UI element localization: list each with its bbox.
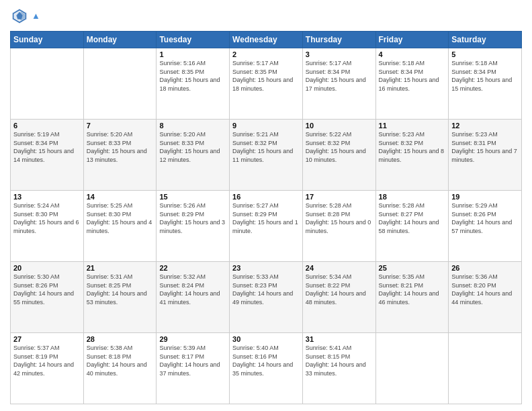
calendar-cell: 19 Sunrise: 5:29 AMSunset: 8:26 PMDaylig… <box>449 191 522 262</box>
calendar-cell: 16 Sunrise: 5:27 AMSunset: 8:29 PMDaylig… <box>230 191 303 262</box>
calendar-cell: 12 Sunrise: 5:23 AMSunset: 8:31 PMDaylig… <box>449 120 522 191</box>
calendar-cell: 25 Sunrise: 5:35 AMSunset: 8:21 PMDaylig… <box>375 262 449 333</box>
day-info: Sunrise: 5:26 AMSunset: 8:29 PMDaylight:… <box>159 201 226 235</box>
day-number: 31 <box>306 335 373 343</box>
calendar-header-cell: Monday <box>83 32 157 48</box>
calendar-cell: 31 Sunrise: 5:41 AMSunset: 8:15 PMDaylig… <box>302 333 375 404</box>
calendar-cell: 21 Sunrise: 5:31 AMSunset: 8:25 PMDaylig… <box>83 262 157 333</box>
day-number: 28 <box>87 335 154 343</box>
day-info: Sunrise: 5:28 AMSunset: 8:28 PMDaylight:… <box>306 201 373 235</box>
day-number: 18 <box>379 193 446 201</box>
calendar-week-row: 6 Sunrise: 5:19 AMSunset: 8:34 PMDayligh… <box>11 120 522 191</box>
calendar-cell: 7 Sunrise: 5:20 AMSunset: 8:33 PMDayligh… <box>83 120 157 191</box>
day-number: 11 <box>379 122 446 130</box>
calendar-cell: 30 Sunrise: 5:40 AMSunset: 8:16 PMDaylig… <box>230 333 303 404</box>
calendar-cell: 13 Sunrise: 5:24 AMSunset: 8:30 PMDaylig… <box>11 191 84 262</box>
day-number: 9 <box>232 122 300 130</box>
calendar-week-row: 20 Sunrise: 5:30 AMSunset: 8:26 PMDaylig… <box>11 262 522 333</box>
day-number: 19 <box>451 193 519 201</box>
day-info: Sunrise: 5:39 AMSunset: 8:17 PMDaylight:… <box>159 344 226 377</box>
day-number: 21 <box>87 264 154 272</box>
calendar-week-row: 13 Sunrise: 5:24 AMSunset: 8:30 PMDaylig… <box>11 191 522 262</box>
day-number: 30 <box>232 335 300 343</box>
calendar-cell: 10 Sunrise: 5:22 AMSunset: 8:32 PMDaylig… <box>302 120 375 191</box>
calendar-cell: 2 Sunrise: 5:17 AMSunset: 8:35 PMDayligh… <box>230 48 303 120</box>
day-info: Sunrise: 5:37 AMSunset: 8:19 PMDaylight:… <box>13 344 81 377</box>
day-info: Sunrise: 5:30 AMSunset: 8:26 PMDaylight:… <box>13 273 81 306</box>
calendar-cell <box>83 48 157 120</box>
calendar-header-cell: Saturday <box>449 32 522 48</box>
calendar-header-cell: Tuesday <box>157 32 230 48</box>
day-number: 3 <box>306 50 373 58</box>
day-info: Sunrise: 5:32 AMSunset: 8:24 PMDaylight:… <box>159 273 226 306</box>
calendar-cell: 17 Sunrise: 5:28 AMSunset: 8:28 PMDaylig… <box>302 191 375 262</box>
day-number: 26 <box>451 264 519 272</box>
calendar-header-row: SundayMondayTuesdayWednesdayThursdayFrid… <box>11 32 522 48</box>
calendar-cell: 29 Sunrise: 5:39 AMSunset: 8:17 PMDaylig… <box>157 333 230 404</box>
day-number: 8 <box>159 122 226 130</box>
day-info: Sunrise: 5:33 AMSunset: 8:23 PMDaylight:… <box>232 273 300 306</box>
calendar-body: 1 Sunrise: 5:16 AMSunset: 8:35 PMDayligh… <box>11 48 522 404</box>
day-number: 12 <box>451 122 519 130</box>
day-number: 24 <box>306 264 373 272</box>
page: ▲ SundayMondayTuesdayWednesdayThursdayFr… <box>0 0 532 411</box>
header: ▲ <box>10 7 522 26</box>
day-info: Sunrise: 5:23 AMSunset: 8:32 PMDaylight:… <box>379 130 446 164</box>
day-info: Sunrise: 5:24 AMSunset: 8:30 PMDaylight:… <box>13 201 81 235</box>
day-number: 7 <box>87 122 154 130</box>
logo-text: ▲ <box>32 11 40 21</box>
day-info: Sunrise: 5:18 AMSunset: 8:34 PMDaylight:… <box>379 59 446 93</box>
day-number: 10 <box>306 122 373 130</box>
calendar-cell: 23 Sunrise: 5:33 AMSunset: 8:23 PMDaylig… <box>230 262 303 333</box>
day-number: 13 <box>13 193 81 201</box>
day-number: 1 <box>159 50 226 58</box>
day-number: 15 <box>159 193 226 201</box>
day-info: Sunrise: 5:19 AMSunset: 8:34 PMDaylight:… <box>13 130 81 164</box>
day-info: Sunrise: 5:36 AMSunset: 8:20 PMDaylight:… <box>451 273 519 306</box>
day-info: Sunrise: 5:34 AMSunset: 8:22 PMDaylight:… <box>306 273 373 306</box>
day-number: 20 <box>13 264 81 272</box>
calendar-header-cell: Sunday <box>11 32 84 48</box>
day-info: Sunrise: 5:20 AMSunset: 8:33 PMDaylight:… <box>87 130 154 164</box>
calendar-cell: 6 Sunrise: 5:19 AMSunset: 8:34 PMDayligh… <box>11 120 84 191</box>
calendar-cell: 9 Sunrise: 5:21 AMSunset: 8:32 PMDayligh… <box>230 120 303 191</box>
calendar-cell <box>449 333 522 404</box>
calendar-header-cell: Thursday <box>302 32 375 48</box>
day-info: Sunrise: 5:38 AMSunset: 8:18 PMDaylight:… <box>87 344 154 377</box>
calendar-header-cell: Friday <box>375 32 449 48</box>
day-info: Sunrise: 5:21 AMSunset: 8:32 PMDaylight:… <box>232 130 300 164</box>
day-info: Sunrise: 5:28 AMSunset: 8:27 PMDaylight:… <box>379 201 446 235</box>
calendar-header-cell: Wednesday <box>230 32 303 48</box>
calendar-cell <box>375 333 449 404</box>
day-number: 2 <box>232 50 300 58</box>
calendar-cell: 15 Sunrise: 5:26 AMSunset: 8:29 PMDaylig… <box>157 191 230 262</box>
logo-icon <box>10 7 29 26</box>
day-info: Sunrise: 5:20 AMSunset: 8:33 PMDaylight:… <box>159 130 226 164</box>
day-number: 5 <box>451 50 519 58</box>
day-info: Sunrise: 5:17 AMSunset: 8:34 PMDaylight:… <box>306 59 373 93</box>
day-number: 23 <box>232 264 300 272</box>
calendar-cell: 1 Sunrise: 5:16 AMSunset: 8:35 PMDayligh… <box>157 48 230 120</box>
day-info: Sunrise: 5:35 AMSunset: 8:21 PMDaylight:… <box>379 273 446 306</box>
calendar-cell: 18 Sunrise: 5:28 AMSunset: 8:27 PMDaylig… <box>375 191 449 262</box>
day-number: 22 <box>159 264 226 272</box>
day-info: Sunrise: 5:25 AMSunset: 8:30 PMDaylight:… <box>87 201 154 235</box>
calendar-cell <box>11 48 84 120</box>
calendar-cell: 22 Sunrise: 5:32 AMSunset: 8:24 PMDaylig… <box>157 262 230 333</box>
day-info: Sunrise: 5:18 AMSunset: 8:34 PMDaylight:… <box>451 59 519 93</box>
day-info: Sunrise: 5:17 AMSunset: 8:35 PMDaylight:… <box>232 59 300 93</box>
day-info: Sunrise: 5:23 AMSunset: 8:31 PMDaylight:… <box>451 130 519 164</box>
day-number: 25 <box>379 264 446 272</box>
calendar-cell: 14 Sunrise: 5:25 AMSunset: 8:30 PMDaylig… <box>83 191 157 262</box>
day-info: Sunrise: 5:41 AMSunset: 8:15 PMDaylight:… <box>306 344 373 377</box>
logo: ▲ <box>10 7 40 26</box>
day-info: Sunrise: 5:29 AMSunset: 8:26 PMDaylight:… <box>451 201 519 235</box>
calendar-cell: 5 Sunrise: 5:18 AMSunset: 8:34 PMDayligh… <box>449 48 522 120</box>
calendar-week-row: 27 Sunrise: 5:37 AMSunset: 8:19 PMDaylig… <box>11 333 522 404</box>
day-number: 17 <box>306 193 373 201</box>
day-number: 27 <box>13 335 81 343</box>
day-number: 16 <box>232 193 300 201</box>
day-number: 4 <box>379 50 446 58</box>
day-number: 29 <box>159 335 226 343</box>
day-info: Sunrise: 5:16 AMSunset: 8:35 PMDaylight:… <box>159 59 226 93</box>
